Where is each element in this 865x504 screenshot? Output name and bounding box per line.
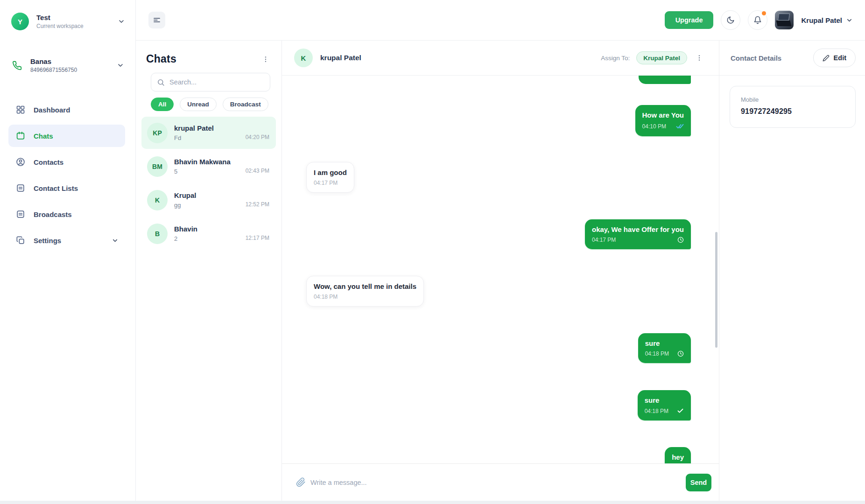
message-time: 04:17 PM [592,237,616,243]
sidebar-toggle-button[interactable] [148,12,165,28]
message-time: 04:18 PM [314,294,338,300]
message-text: hey [672,453,684,461]
message-time: 04:10 PM [642,123,666,130]
field-value: 919727249295 [741,107,844,116]
sidebar-item-broadcasts[interactable]: Broadcasts [8,203,125,225]
conversation-name: krupal Patel [174,124,214,132]
edit-button-label: Edit [834,54,846,62]
sidebar-item-label: Contact Lists [34,184,119,192]
sidebar-item-dashboard[interactable]: Dashboard [8,98,125,121]
contact-icon [16,157,25,167]
chevron-down-icon[interactable] [118,18,125,25]
chats-panel-menu-button[interactable] [260,54,271,65]
message-input[interactable] [310,479,686,486]
assignee-badge[interactable]: Krupal Patel [636,51,687,64]
phone-account-name: Banas [30,57,117,65]
field-label: Mobile [741,96,844,103]
moon-icon [726,16,735,24]
scrollbar-thumb[interactable] [715,232,717,348]
conversation-time: 02:43 PM [246,168,269,174]
search-input[interactable] [169,78,264,86]
broadcast-icon [16,210,25,219]
message-time: 04:18 PM [645,408,668,414]
message-bubble-outgoing: hey [665,447,691,463]
message-text: sure [645,396,684,404]
workspace-name: Test [36,14,118,21]
conversation-row[interactable]: K Krupal gg 12:52 PM [141,184,276,216]
search-icon [157,78,165,86]
upgrade-button[interactable]: Upgrade [665,11,714,29]
chat-menu-button[interactable] [694,52,705,63]
user-menu[interactable]: Krupal Patel [801,16,853,24]
sidebar-item-contact-lists[interactable]: Contact Lists [8,177,125,199]
user-avatar[interactable] [775,11,794,29]
filter-all[interactable]: All [151,98,174,111]
avatar: K [147,190,168,210]
chevron-down-icon [846,17,853,24]
sidebar-item-label: Contacts [34,158,119,166]
message-text: okay, We have Offer for you [592,225,684,233]
user-name: Krupal Patel [801,16,842,24]
message-bubble-outgoing: okay, We have Offer for you 04:17 PM [585,219,691,249]
bell-icon [753,16,762,24]
message-bubble-incoming: I am good 04:17 PM [306,162,354,193]
message-time: 04:17 PM [314,180,338,186]
phone-account-switcher[interactable]: Banas 849696871556750 [12,55,124,76]
chats-panel-title: Chats [146,53,176,65]
conversation-preview: gg [174,202,197,209]
conversation-name: Krupal [174,191,197,199]
chat-filters: All Unread Broadcast [151,98,281,111]
avatar: KP [147,123,168,143]
conversation-list: KP krupal Patel Fd 04:20 PM BM Bhavin Ma… [136,117,281,250]
notifications-button[interactable] [748,10,767,30]
content-row: Chats All Unread Broadcas [136,41,865,501]
clock-icon [677,350,684,357]
phone-account-number: 849696871556750 [30,67,117,73]
conversation-row[interactable]: KP krupal Patel Fd 04:20 PM [141,117,276,149]
kebab-menu-icon [262,56,269,63]
pencil-icon [823,55,830,62]
chat-contact-name: krupal Patel [320,54,361,62]
attach-file-button[interactable] [296,477,306,487]
message-bubble-outgoing: How are You 04:10 PM [635,105,691,136]
filter-broadcast[interactable]: Broadcast [223,98,268,111]
assign-to-label: Assign To: [601,55,630,62]
contact-details-title: Contact Details [731,54,781,62]
settings-icon [16,236,25,245]
message-text: Wow, can you tell me in details [314,282,416,290]
app-root: Y Test Current workspace Banas 849696871… [0,0,865,504]
message-text: How are You [642,111,684,119]
chat-header: K krupal Patel Assign To: Krupal Patel [282,41,719,76]
sidebar-item-chats[interactable]: Chats [8,125,125,147]
conversation-time: 12:17 PM [246,235,269,241]
conversation-preview: 5 [174,168,231,175]
paperclip-icon [296,477,306,487]
sidebar-item-contacts[interactable]: Contacts [8,151,125,173]
menu-icon [153,16,161,24]
main-area: Upgrade Krupal Patel [136,0,865,501]
conversation-time: 12:52 PM [246,201,269,208]
check-icon [677,407,684,414]
edit-contact-button[interactable]: Edit [813,49,856,67]
message-bubble-incoming: Wow, can you tell me in details 04:18 PM [306,276,424,307]
filter-unread[interactable]: Unread [180,98,217,111]
message-time: 04:18 PM [645,350,669,357]
list-icon [16,183,25,193]
dark-mode-toggle-button[interactable] [721,10,740,30]
message-list: How are You 04:10 PM I am good 04:17 PM [282,76,719,463]
sidebar-item-settings[interactable]: Settings [8,229,125,252]
chat-search [151,73,270,91]
conversation-preview: Fd [174,134,214,141]
send-button[interactable]: Send [686,474,711,491]
conversation-row[interactable]: B Bhavin 2 12:17 PM [141,217,276,250]
message-text: I am good [314,168,347,176]
conversation-row[interactable]: BM Bhavin Makwana 5 02:43 PM [141,150,276,182]
bottom-strip [0,501,865,504]
double-check-icon [676,122,684,130]
message-composer: Send [282,463,719,501]
topbar: Upgrade Krupal Patel [136,0,865,41]
chevron-down-icon[interactable] [117,62,124,69]
conversation-time: 04:20 PM [246,134,269,140]
workspace-switcher[interactable]: Y Test Current workspace [11,11,125,32]
message-text: sure [645,339,684,347]
